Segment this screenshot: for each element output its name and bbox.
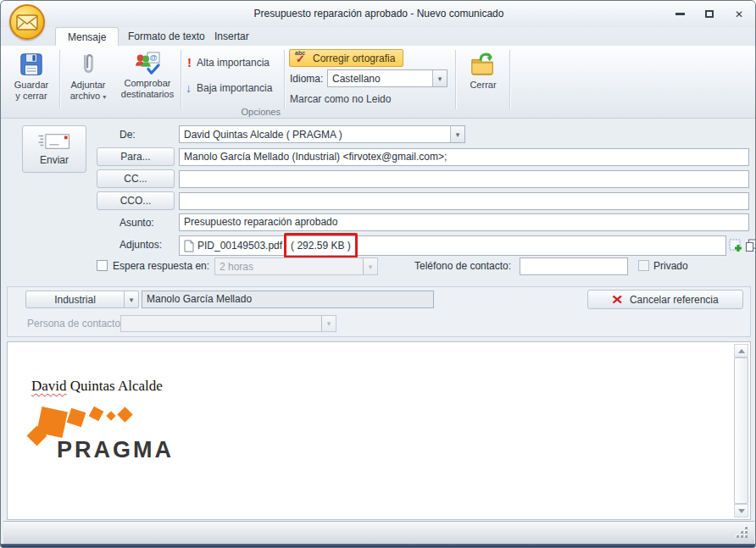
check-recipients-button[interactable]: @ Comprobar destinatarios [116, 47, 179, 113]
add-attachment-button[interactable] [728, 238, 742, 252]
chevron-down-icon[interactable]: ▾ [450, 126, 464, 142]
high-importance-label: Alta importancia [197, 57, 270, 69]
compose-window: Presupuesto reparación aprobado - Nuevo … [0, 0, 756, 548]
copy-attachment-button[interactable] [744, 238, 756, 252]
chevron-down-icon: ▾ [130, 296, 134, 304]
send-button[interactable]: Enviar [22, 125, 86, 173]
attachment-size: ( 292.59 KB ) [291, 240, 351, 252]
spellcheck-button[interactable]: abc ✓ Corregir ortografia [289, 49, 403, 67]
cc-button[interactable]: CC... [97, 169, 175, 188]
envelope-icon [16, 14, 38, 30]
bcc-field[interactable] [179, 192, 749, 210]
recipients-icon: @ [134, 52, 161, 75]
resize-grip[interactable] [737, 527, 748, 539]
language-value: Castellano [328, 73, 432, 85]
attach-file-button[interactable]: Adjuntar archivo ▾ [63, 47, 114, 113]
scroll-up-button[interactable] [734, 344, 748, 357]
save-close-button[interactable]: Guardar y cerrar [6, 47, 57, 113]
paperclip-icon [81, 52, 96, 77]
close-ribbon-button[interactable]: Cerrar [460, 47, 506, 113]
wait-response-value: 2 horas [215, 261, 363, 273]
svg-text:@: @ [149, 53, 157, 62]
high-importance-icon: ! [187, 58, 192, 68]
spellcheck-label: Corregir ortografia [313, 53, 395, 64]
ribbon-separator [284, 50, 285, 109]
check-recipients-label: Comprobar destinatarios [116, 78, 179, 100]
reference-type-button[interactable]: Industrial [25, 291, 125, 308]
status-bar [3, 521, 754, 545]
body-scrollbar[interactable] [734, 344, 748, 518]
options-group-label: Opciones [182, 107, 281, 117]
tab-insertar[interactable]: Insertar [203, 27, 261, 46]
phone-input[interactable] [520, 257, 628, 275]
cancel-x-icon: ✕ [611, 292, 623, 307]
pragma-logo-text: PRAGMA [57, 437, 174, 463]
low-importance-button[interactable]: ↓ Baja importancia [186, 82, 272, 94]
signature-text: David Quintas Alcalde [31, 378, 163, 395]
tab-mensaje[interactable]: Mensaje [55, 27, 119, 46]
language-select[interactable]: Castellano ▾ [327, 69, 447, 87]
scroll-down-button[interactable] [734, 504, 748, 518]
arrow-up-icon [738, 349, 745, 353]
document-icon [184, 240, 194, 252]
wait-response-label: Espera respuesta en: [113, 260, 209, 272]
chevron-down-icon: ▾ [363, 258, 377, 274]
window-title: Presupuesto reparación aprobado - Nuevo … [1, 8, 756, 19]
phone-label: Teléfono de contacto: [414, 260, 511, 272]
mark-unread-button[interactable]: Marcar como no Leido [290, 93, 391, 105]
bcc-button[interactable]: CCO... [97, 191, 175, 210]
app-envelope-icon[interactable] [9, 4, 45, 40]
ribbon: Guardar y cerrar Adjuntar archivo ▾ @ Co… [1, 46, 756, 119]
from-select[interactable]: David Quintas Alcalde ( PRAGMA ) ▾ [179, 125, 465, 143]
private-label: Privado [653, 260, 688, 272]
titlebar[interactable]: Presupuesto reparación aprobado - Nuevo … [1, 1, 756, 27]
send-label: Enviar [40, 154, 69, 166]
attach-file-label: Adjuntar archivo ▾ [66, 80, 110, 102]
wait-response-checkbox[interactable] [97, 260, 108, 271]
ribbon-separator [181, 50, 181, 109]
language-label: Idioma: [290, 73, 323, 85]
arrow-down-icon [738, 509, 745, 513]
send-envelope-icon [36, 132, 72, 151]
cancel-reference-button[interactable]: ✕ Cancelar referencia [587, 290, 743, 309]
reference-type-dropdown[interactable]: ▾ [124, 291, 139, 308]
spellcheck-icon: abc ✓ [294, 52, 309, 64]
wait-response-select: 2 horas ▾ [214, 257, 378, 275]
private-checkbox[interactable] [638, 260, 649, 271]
chevron-down-icon: ▾ [321, 316, 336, 331]
subject-label: Asunto: [120, 217, 154, 229]
attachment-size-annotation: ( 292.59 KB ) [284, 233, 358, 258]
minimize-icon [675, 13, 685, 15]
low-importance-icon: ↓ [186, 83, 192, 93]
subject-field[interactable]: Presupuesto reparación aprobado [179, 213, 749, 231]
high-importance-button[interactable]: ! Alta importancia [187, 57, 270, 69]
ribbon-separator [509, 50, 510, 109]
tab-formato-de-texto[interactable]: Formato de texto [116, 27, 217, 46]
chevron-down-icon[interactable]: ▾ [432, 70, 447, 86]
restore-button[interactable] [703, 8, 715, 19]
add-attachment-icon [729, 239, 742, 252]
reference-name-field[interactable]: Manolo García Mellado [142, 291, 434, 308]
copy-icon [745, 239, 756, 252]
ribbon-separator [59, 50, 60, 109]
pragma-logo: PRAGMA [28, 407, 214, 468]
ribbon-separator [455, 50, 456, 109]
to-button[interactable]: Para... [97, 147, 175, 166]
folder-exit-icon [470, 52, 497, 77]
floppy-disk-icon [19, 52, 44, 77]
signature-misspelled-word: David [31, 378, 67, 394]
cancel-reference-label: Cancelar referencia [630, 294, 719, 306]
scrollbar-thumb[interactable] [734, 357, 748, 504]
close-button[interactable]: ✕ [733, 8, 745, 19]
attachments-label: Adjuntos: [120, 239, 162, 251]
attachments-field[interactable]: PID_00149503.pdf ( 292.59 KB ) [179, 235, 726, 256]
to-field[interactable]: Manolo García Mellado (Industrial) <firv… [179, 148, 749, 166]
minimize-button[interactable] [674, 8, 686, 19]
low-importance-label: Baja importancia [197, 82, 272, 94]
window-bottom-border [1, 544, 756, 547]
from-label: De: [120, 129, 136, 141]
message-body-editor[interactable]: David Quintas Alcalde PRAGMA [7, 341, 751, 520]
cc-field[interactable] [179, 170, 749, 188]
attachment-name[interactable]: PID_00149503.pdf [197, 240, 282, 252]
chevron-down-icon: ▾ [103, 93, 106, 101]
